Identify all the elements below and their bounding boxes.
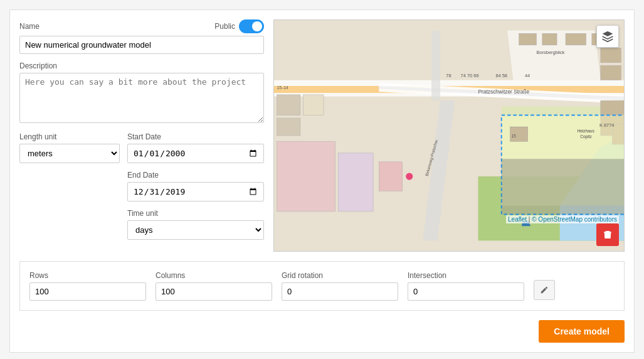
columns-label: Columns — [156, 271, 272, 280]
osm-attribution-link[interactable]: © OpenStreetMap contributors — [532, 216, 617, 223]
columns-field: Columns — [156, 271, 272, 301]
svg-text:Pratzschwitzer Straße: Pratzschwitzer Straße — [478, 88, 530, 95]
svg-text:15: 15 — [512, 134, 517, 138]
length-unit-group: Length unit meters feet centimeters — [19, 132, 120, 163]
rows-label: Rows — [29, 271, 146, 280]
grid-rotation-field: Grid rotation — [282, 271, 398, 301]
public-toggle-container: Public — [214, 19, 264, 33]
top-section: Name Public Description — [19, 19, 625, 252]
svg-rect-18 — [277, 141, 335, 212]
length-unit-select[interactable]: meters feet centimeters — [19, 144, 120, 163]
trash-icon — [603, 230, 613, 240]
svg-rect-15 — [277, 95, 300, 115]
svg-text:64 58: 64 58 — [495, 73, 507, 78]
two-col-section: Length unit meters feet centimeters Star… — [19, 132, 264, 247]
rows-field: Rows — [29, 271, 146, 301]
intersection-label: Intersection — [408, 271, 524, 280]
map-layers-button[interactable] — [596, 25, 619, 48]
name-label: Name — [19, 22, 40, 31]
grid-section: Rows Columns Grid rotation Intersection — [19, 261, 625, 311]
svg-text:78: 78 — [446, 73, 451, 78]
svg-rect-8 — [431, 31, 440, 101]
start-date-input[interactable] — [127, 144, 264, 163]
svg-text:44: 44 — [525, 73, 530, 78]
public-label: Public — [214, 22, 235, 31]
length-unit-label: Length unit — [19, 132, 120, 141]
time-unit-label: Time unit — [127, 209, 264, 218]
svg-rect-19 — [338, 153, 373, 212]
svg-rect-16 — [277, 118, 300, 136]
description-field-group: Description — [19, 62, 264, 125]
svg-rect-13 — [601, 48, 621, 63]
layers-icon — [601, 30, 614, 43]
intersection-input[interactable] — [408, 282, 524, 301]
end-date-group: End Date — [127, 171, 264, 201]
svg-rect-17 — [304, 95, 324, 115]
name-input[interactable] — [19, 36, 264, 54]
svg-point-45 — [406, 173, 413, 180]
svg-text:Copitz: Copitz — [580, 134, 592, 139]
end-date-label: End Date — [127, 171, 264, 180]
create-model-button[interactable]: Create model — [539, 320, 625, 343]
description-textarea[interactable] — [19, 73, 264, 123]
svg-rect-29 — [502, 159, 624, 214]
pencil-icon — [540, 286, 549, 294]
pencil-button[interactable] — [534, 280, 555, 300]
date-section: Start Date End Date Time unit days hours… — [127, 132, 264, 247]
grid-rotation-input[interactable] — [282, 282, 398, 301]
leaflet-attribution-link[interactable]: Leaflet — [508, 216, 527, 223]
time-unit-select[interactable]: days hours minutes seconds — [127, 220, 264, 240]
main-container: Name Public Description — [9, 9, 635, 353]
start-date-group: Start Date — [127, 132, 264, 163]
svg-text:74 70 66: 74 70 66 — [461, 73, 479, 78]
map-attribution: Leaflet | © OpenStreetMap contributors — [506, 215, 619, 223]
svg-rect-20 — [379, 162, 402, 191]
length-unit-section: Length unit meters feet centimeters — [19, 132, 120, 247]
map-panel: Pratzschwitzer Straße Borsbergblick — [273, 19, 625, 252]
svg-text:K 8774: K 8774 — [599, 122, 615, 128]
leaflet-link: Leaflet | © OpenStreetMap contributors — [508, 216, 617, 223]
svg-rect-11 — [566, 33, 586, 45]
intersection-field: Intersection — [408, 271, 524, 301]
svg-text:15–14: 15–14 — [277, 85, 288, 90]
grid-row: Rows Columns Grid rotation Intersection — [29, 271, 615, 301]
svg-rect-14 — [601, 65, 621, 80]
svg-rect-10 — [542, 33, 557, 45]
name-row: Name Public — [19, 19, 264, 33]
grid-rotation-label: Grid rotation — [282, 271, 398, 280]
name-field-group: Name Public — [19, 19, 264, 54]
end-date-input[interactable] — [127, 182, 264, 201]
rows-input[interactable] — [29, 282, 146, 301]
delete-button[interactable] — [596, 223, 619, 246]
time-unit-group: Time unit days hours minutes seconds — [127, 209, 264, 240]
svg-rect-9 — [519, 33, 537, 45]
public-toggle[interactable] — [239, 19, 264, 33]
map-container[interactable]: Pratzschwitzer Straße Borsbergblick — [273, 19, 625, 252]
svg-text:Heizhaus: Heizhaus — [578, 129, 595, 133]
left-panel: Name Public Description — [19, 19, 264, 252]
start-date-label: Start Date — [127, 132, 264, 141]
columns-input[interactable] — [156, 282, 272, 301]
description-label: Description — [19, 62, 264, 70]
toggle-slider — [239, 19, 264, 33]
svg-text:Borsbergblick: Borsbergblick — [537, 50, 565, 55]
footer-row: Create model — [19, 320, 625, 343]
